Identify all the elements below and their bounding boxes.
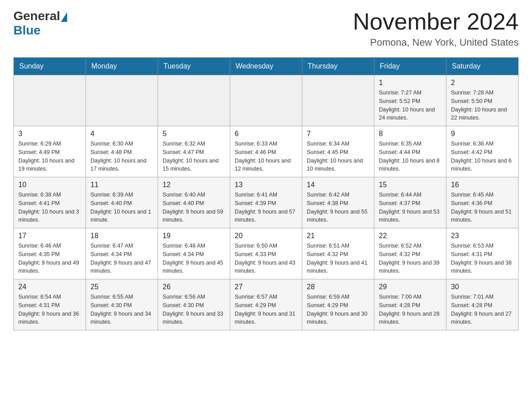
calendar-cell: 5Sunrise: 6:32 AM Sunset: 4:47 PM Daylig… bbox=[158, 126, 230, 177]
calendar-cell: 27Sunrise: 6:57 AM Sunset: 4:29 PM Dayli… bbox=[230, 279, 302, 330]
day-number: 23 bbox=[451, 232, 514, 240]
calendar-cell: 3Sunrise: 6:29 AM Sunset: 4:49 PM Daylig… bbox=[14, 126, 86, 177]
day-number: 10 bbox=[18, 181, 81, 189]
day-number: 14 bbox=[307, 181, 369, 189]
location-title: Pomona, New York, United States bbox=[353, 37, 519, 48]
calendar-cell: 13Sunrise: 6:41 AM Sunset: 4:39 PM Dayli… bbox=[230, 177, 302, 228]
day-info: Sunrise: 6:59 AM Sunset: 4:29 PM Dayligh… bbox=[307, 293, 369, 326]
day-info: Sunrise: 6:44 AM Sunset: 4:37 PM Dayligh… bbox=[379, 191, 442, 224]
day-number: 17 bbox=[18, 232, 81, 240]
day-number: 3 bbox=[18, 130, 81, 138]
day-info: Sunrise: 7:01 AM Sunset: 4:28 PM Dayligh… bbox=[451, 293, 514, 326]
day-number: 8 bbox=[379, 130, 442, 138]
logo-triangle-icon bbox=[61, 12, 67, 22]
day-info: Sunrise: 6:41 AM Sunset: 4:39 PM Dayligh… bbox=[235, 191, 297, 224]
day-info: Sunrise: 6:48 AM Sunset: 4:34 PM Dayligh… bbox=[163, 242, 225, 275]
day-info: Sunrise: 7:00 AM Sunset: 4:28 PM Dayligh… bbox=[379, 293, 442, 326]
calendar-cell: 4Sunrise: 6:30 AM Sunset: 4:48 PM Daylig… bbox=[86, 126, 158, 177]
day-info: Sunrise: 6:38 AM Sunset: 4:41 PM Dayligh… bbox=[18, 191, 81, 224]
calendar-week-row: 10Sunrise: 6:38 AM Sunset: 4:41 PM Dayli… bbox=[14, 177, 519, 228]
logo-blue-text: Blue bbox=[13, 23, 41, 38]
day-info: Sunrise: 6:47 AM Sunset: 4:34 PM Dayligh… bbox=[90, 242, 153, 275]
calendar-cell bbox=[14, 75, 86, 126]
calendar-cell: 20Sunrise: 6:50 AM Sunset: 4:33 PM Dayli… bbox=[230, 228, 302, 279]
day-info: Sunrise: 6:54 AM Sunset: 4:31 PM Dayligh… bbox=[18, 293, 81, 326]
day-number: 13 bbox=[235, 181, 297, 189]
day-number: 5 bbox=[163, 130, 225, 138]
day-number: 7 bbox=[307, 130, 369, 138]
calendar-week-row: 17Sunrise: 6:46 AM Sunset: 4:35 PM Dayli… bbox=[14, 228, 519, 279]
calendar-cell: 28Sunrise: 6:59 AM Sunset: 4:29 PM Dayli… bbox=[302, 279, 374, 330]
day-number: 29 bbox=[379, 283, 442, 291]
weekday-header-saturday: Saturday bbox=[446, 58, 519, 75]
weekday-header-thursday: Thursday bbox=[302, 58, 374, 75]
calendar-cell: 9Sunrise: 6:36 AM Sunset: 4:42 PM Daylig… bbox=[446, 126, 519, 177]
day-number: 18 bbox=[90, 232, 153, 240]
calendar-cell: 18Sunrise: 6:47 AM Sunset: 4:34 PM Dayli… bbox=[86, 228, 158, 279]
title-section: November 2024 Pomona, New York, United S… bbox=[353, 9, 519, 48]
calendar-week-row: 3Sunrise: 6:29 AM Sunset: 4:49 PM Daylig… bbox=[14, 126, 519, 177]
day-number: 24 bbox=[18, 283, 81, 291]
calendar-cell: 16Sunrise: 6:45 AM Sunset: 4:36 PM Dayli… bbox=[446, 177, 519, 228]
page-header: General Blue November 2024 Pomona, New Y… bbox=[13, 9, 519, 48]
day-info: Sunrise: 6:30 AM Sunset: 4:48 PM Dayligh… bbox=[90, 140, 153, 173]
logo-general-text: General bbox=[13, 9, 60, 23]
day-number: 26 bbox=[163, 283, 225, 291]
day-number: 19 bbox=[163, 232, 225, 240]
calendar-cell: 7Sunrise: 6:34 AM Sunset: 4:45 PM Daylig… bbox=[302, 126, 374, 177]
logo: General Blue bbox=[13, 9, 68, 38]
calendar-cell: 22Sunrise: 6:52 AM Sunset: 4:32 PM Dayli… bbox=[374, 228, 446, 279]
day-info: Sunrise: 6:56 AM Sunset: 4:30 PM Dayligh… bbox=[163, 293, 225, 326]
day-number: 21 bbox=[307, 232, 369, 240]
day-info: Sunrise: 6:51 AM Sunset: 4:32 PM Dayligh… bbox=[307, 242, 369, 275]
calendar-cell bbox=[86, 75, 158, 126]
calendar-cell bbox=[158, 75, 230, 126]
calendar-cell bbox=[230, 75, 302, 126]
day-info: Sunrise: 6:29 AM Sunset: 4:49 PM Dayligh… bbox=[18, 140, 81, 173]
day-info: Sunrise: 6:50 AM Sunset: 4:33 PM Dayligh… bbox=[235, 242, 297, 275]
calendar-cell: 14Sunrise: 6:42 AM Sunset: 4:38 PM Dayli… bbox=[302, 177, 374, 228]
day-number: 30 bbox=[451, 283, 514, 291]
month-title: November 2024 bbox=[353, 9, 519, 34]
day-info: Sunrise: 6:55 AM Sunset: 4:30 PM Dayligh… bbox=[90, 293, 153, 326]
day-number: 4 bbox=[90, 130, 153, 138]
day-number: 27 bbox=[235, 283, 297, 291]
day-info: Sunrise: 6:45 AM Sunset: 4:36 PM Dayligh… bbox=[451, 191, 514, 224]
weekday-header-tuesday: Tuesday bbox=[158, 58, 230, 75]
calendar-table: SundayMondayTuesdayWednesdayThursdayFrid… bbox=[13, 57, 519, 330]
day-number: 11 bbox=[90, 181, 153, 189]
calendar-cell: 17Sunrise: 6:46 AM Sunset: 4:35 PM Dayli… bbox=[14, 228, 86, 279]
calendar-cell: 11Sunrise: 6:39 AM Sunset: 4:40 PM Dayli… bbox=[86, 177, 158, 228]
calendar-cell: 2Sunrise: 7:28 AM Sunset: 5:50 PM Daylig… bbox=[446, 75, 519, 126]
calendar-cell: 10Sunrise: 6:38 AM Sunset: 4:41 PM Dayli… bbox=[14, 177, 86, 228]
weekday-header-wednesday: Wednesday bbox=[230, 58, 302, 75]
day-number: 12 bbox=[163, 181, 225, 189]
day-number: 2 bbox=[451, 79, 514, 87]
calendar-cell: 30Sunrise: 7:01 AM Sunset: 4:28 PM Dayli… bbox=[446, 279, 519, 330]
day-number: 9 bbox=[451, 130, 514, 138]
calendar-week-row: 24Sunrise: 6:54 AM Sunset: 4:31 PM Dayli… bbox=[14, 279, 519, 330]
calendar-cell: 26Sunrise: 6:56 AM Sunset: 4:30 PM Dayli… bbox=[158, 279, 230, 330]
calendar-cell: 15Sunrise: 6:44 AM Sunset: 4:37 PM Dayli… bbox=[374, 177, 446, 228]
day-info: Sunrise: 6:35 AM Sunset: 4:44 PM Dayligh… bbox=[379, 140, 442, 173]
weekday-header-friday: Friday bbox=[374, 58, 446, 75]
day-info: Sunrise: 7:28 AM Sunset: 5:50 PM Dayligh… bbox=[451, 89, 514, 122]
day-info: Sunrise: 6:53 AM Sunset: 4:31 PM Dayligh… bbox=[451, 242, 514, 275]
calendar-cell: 29Sunrise: 7:00 AM Sunset: 4:28 PM Dayli… bbox=[374, 279, 446, 330]
day-info: Sunrise: 7:27 AM Sunset: 5:52 PM Dayligh… bbox=[379, 89, 442, 122]
day-info: Sunrise: 6:40 AM Sunset: 4:40 PM Dayligh… bbox=[163, 191, 225, 224]
day-info: Sunrise: 6:32 AM Sunset: 4:47 PM Dayligh… bbox=[163, 140, 225, 173]
day-number: 22 bbox=[379, 232, 442, 240]
calendar-cell: 25Sunrise: 6:55 AM Sunset: 4:30 PM Dayli… bbox=[86, 279, 158, 330]
calendar-cell: 19Sunrise: 6:48 AM Sunset: 4:34 PM Dayli… bbox=[158, 228, 230, 279]
day-number: 28 bbox=[307, 283, 369, 291]
day-number: 20 bbox=[235, 232, 297, 240]
day-number: 25 bbox=[90, 283, 153, 291]
day-info: Sunrise: 6:36 AM Sunset: 4:42 PM Dayligh… bbox=[451, 140, 514, 173]
day-info: Sunrise: 6:46 AM Sunset: 4:35 PM Dayligh… bbox=[18, 242, 81, 275]
day-info: Sunrise: 6:52 AM Sunset: 4:32 PM Dayligh… bbox=[379, 242, 442, 275]
day-number: 6 bbox=[235, 130, 297, 138]
calendar-cell: 1Sunrise: 7:27 AM Sunset: 5:52 PM Daylig… bbox=[374, 75, 446, 126]
day-info: Sunrise: 6:39 AM Sunset: 4:40 PM Dayligh… bbox=[90, 191, 153, 224]
day-info: Sunrise: 6:34 AM Sunset: 4:45 PM Dayligh… bbox=[307, 140, 369, 173]
